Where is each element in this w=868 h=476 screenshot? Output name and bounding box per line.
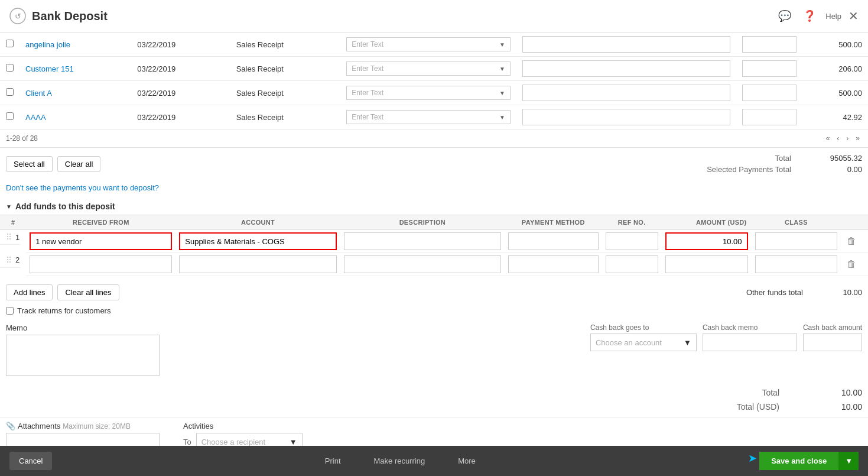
dont-see-link[interactable]: Don't see the payments you want to depos… [0, 180, 868, 196]
delete-row-2-button[interactable]: 🗑 [844, 258, 859, 271]
other-funds-total-row: Other funds total 10.00 [746, 288, 862, 297]
account-input-2[interactable] [179, 255, 336, 273]
add-lines-button[interactable]: Add lines [6, 284, 53, 300]
class-input-1[interactable] [755, 232, 838, 250]
amount-cell-2: 206.00 [802, 57, 868, 81]
drag-icon-1[interactable]: ⠿ [4, 232, 14, 242]
attachments-drop-zone[interactable] [6, 433, 160, 446]
selected-payments-value: 0.00 [815, 165, 862, 174]
track-returns-checkbox[interactable] [6, 307, 14, 315]
cashback-account-dropdown[interactable]: Choose an account ▼ [590, 333, 697, 351]
cashback-dropdown-arrow-icon: ▼ [684, 338, 691, 347]
save-and-close-button[interactable]: Save and close [759, 452, 838, 470]
activities-row: To Choose a recipient ▼ [183, 433, 862, 446]
empty-box-1a [522, 36, 730, 53]
customer-link-1[interactable]: angelina jolie [25, 40, 70, 49]
first-page-button[interactable]: « [824, 133, 833, 144]
make-recurring-button[interactable]: Make recurring [365, 452, 435, 470]
fund-row-2: ⠿ 2 [0, 253, 868, 276]
fund-row-1: ⠿ 1 [0, 230, 868, 253]
activities-dropdown-arrow-icon: ▼ [290, 438, 297, 446]
total-label: Total [775, 154, 791, 163]
grand-total-label: Total [762, 388, 779, 397]
account-input-1[interactable] [179, 232, 336, 250]
chat-icon-button[interactable]: 💬 [776, 7, 794, 25]
empty-box-4a [522, 109, 730, 125]
activities-recipient-dropdown[interactable]: Choose a recipient ▼ [196, 433, 303, 446]
cashback-row: Cash back goes to Choose an account ▼ Ca… [590, 323, 862, 351]
clear-all-lines-button[interactable]: Clear all lines [57, 284, 119, 300]
main-content: angelina jolie 03/22/2019 Sales Receipt … [0, 33, 868, 446]
cashback-memo-input[interactable] [703, 333, 797, 351]
amount-cell-4: 42.92 [802, 105, 868, 129]
attachments-label: 📎 Attachments Maximum size: 20MB [6, 422, 160, 430]
row-checkbox-4[interactable] [6, 112, 14, 120]
row-checkbox-1[interactable] [6, 40, 14, 47]
text-input-3[interactable]: Enter Text▼ [346, 86, 511, 100]
text-input-1[interactable]: Enter Text▼ [346, 37, 511, 51]
save-dropdown-button[interactable]: ▼ [838, 452, 859, 470]
grand-totals: Total 10.00 Total (USD) 10.00 [0, 382, 868, 417]
pagination-controls: « ‹ › » [824, 133, 862, 144]
col-class-header: CLASS [752, 215, 841, 230]
clear-all-button[interactable]: Clear all [57, 156, 101, 172]
amount-input-2[interactable] [665, 255, 748, 273]
memo-textarea[interactable] [6, 335, 160, 376]
received-from-input-1[interactable] [30, 232, 172, 250]
cancel-button[interactable]: Cancel [9, 452, 52, 470]
ref-no-input-1[interactable] [606, 232, 658, 250]
prev-page-button[interactable]: ‹ [834, 133, 841, 144]
table-row: Client A 03/22/2019 Sales Receipt Enter … [0, 81, 868, 105]
total-usd-label: Total (USD) [737, 402, 779, 412]
cashback-account-placeholder: Choose an account [596, 338, 662, 347]
section-triangle-icon[interactable]: ▼ [6, 203, 12, 210]
col-received-header: RECEIVED FROM [26, 215, 175, 230]
recipient-placeholder: Choose a recipient [201, 438, 265, 446]
customer-link-2[interactable]: Customer 151 [25, 64, 74, 73]
attachments-section: 📎 Attachments Maximum size: 20MB [6, 422, 160, 446]
type-cell-3: Sales Receipt [230, 81, 341, 105]
select-all-button[interactable]: Select all [6, 156, 53, 172]
col-num-header: # [0, 215, 26, 230]
activities-to-label: To [183, 438, 191, 446]
customer-link-3[interactable]: Client A [25, 89, 52, 98]
total-line: Total 10.00 [762, 388, 862, 397]
next-page-button[interactable]: › [844, 133, 851, 144]
help-icon-button[interactable]: ❓ [801, 7, 818, 25]
bank-icon: ↺ [9, 8, 26, 24]
table-row: Customer 151 03/22/2019 Sales Receipt En… [0, 57, 868, 81]
row-checkbox-3[interactable] [6, 88, 14, 96]
empty-box-2a [522, 60, 730, 77]
date-cell-4: 03/22/2019 [131, 105, 230, 129]
cashback-amount-label: Cash back amount [803, 323, 862, 332]
received-from-input-2[interactable] [30, 255, 172, 273]
table-row: angelina jolie 03/22/2019 Sales Receipt … [0, 33, 868, 57]
description-input-2[interactable] [344, 255, 501, 273]
cashback-amount-input[interactable] [803, 333, 862, 351]
customer-link-4[interactable]: AAAA [25, 113, 46, 122]
delete-row-1-button[interactable]: 🗑 [844, 235, 859, 248]
last-page-button[interactable]: » [853, 133, 862, 144]
save-group: Save and close ▼ [759, 452, 859, 470]
payment-method-input-2[interactable] [508, 255, 598, 273]
total-usd-value: 10.00 [827, 402, 862, 412]
cashback-memo-label: Cash back memo [703, 323, 797, 332]
description-input-1[interactable] [344, 232, 501, 250]
add-lines-left: Add lines Clear all lines [6, 284, 119, 300]
bottom-row: 📎 Attachments Maximum size: 20MB Activit… [0, 417, 868, 446]
empty-box-4b [742, 109, 797, 125]
close-button[interactable]: ✕ [849, 9, 859, 23]
text-input-4[interactable]: Enter Text▼ [346, 110, 511, 124]
text-input-2[interactable]: Enter Text▼ [346, 61, 511, 76]
print-button[interactable]: Print [316, 452, 350, 470]
payment-method-input-1[interactable] [508, 232, 598, 250]
class-input-2[interactable] [755, 255, 838, 273]
select-row-left: Select all Clear all [6, 156, 100, 172]
ref-no-input-2[interactable] [606, 255, 658, 273]
more-button[interactable]: More [448, 452, 485, 470]
empty-box-2b [742, 60, 797, 77]
drag-icon-2[interactable]: ⠿ [4, 255, 14, 265]
amount-input-1[interactable] [665, 232, 748, 250]
svg-text:↺: ↺ [15, 12, 21, 21]
row-checkbox-2[interactable] [6, 64, 14, 72]
